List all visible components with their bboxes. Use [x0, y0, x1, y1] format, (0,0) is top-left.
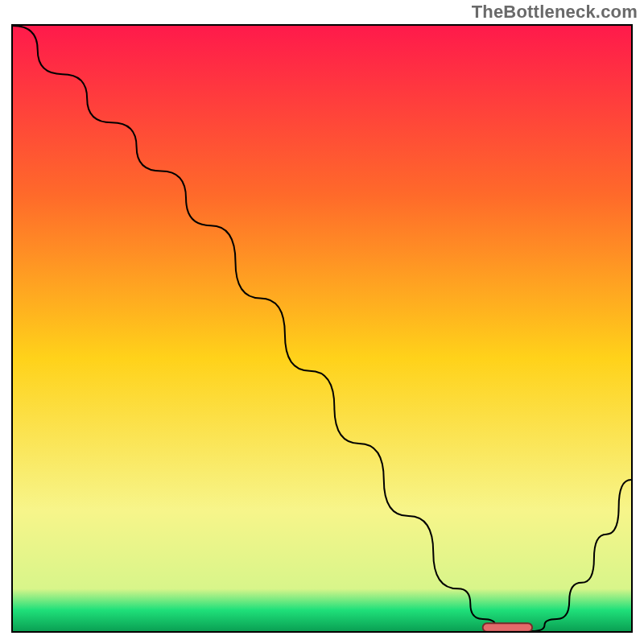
chart-frame — [11, 24, 633, 633]
watermark-label: TheBottleneck.com — [472, 2, 638, 23]
gradient-background — [13, 26, 631, 631]
bottleneck-plot — [13, 26, 631, 631]
chart-container: TheBottleneck.com — [0, 0, 644, 644]
ideal-range-marker — [483, 623, 532, 631]
